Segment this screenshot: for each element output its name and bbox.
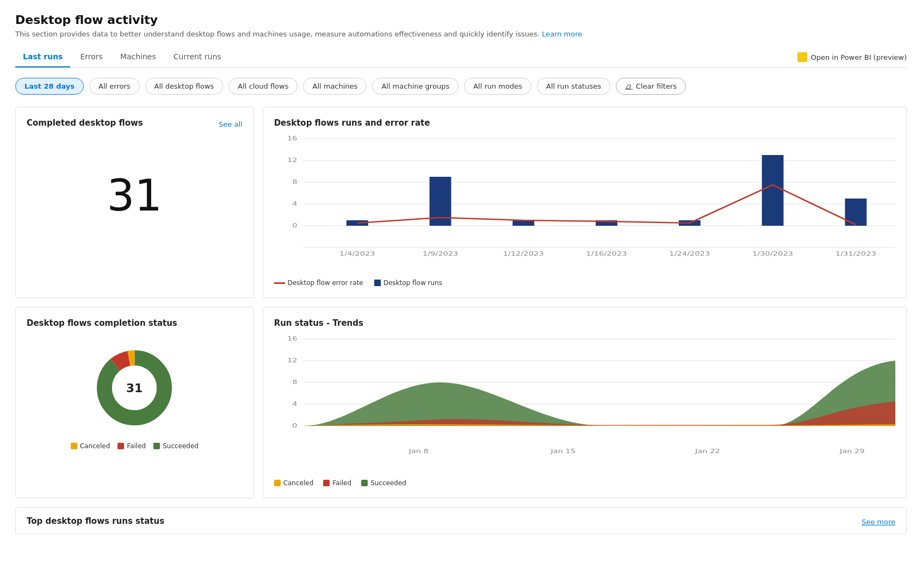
svg-text:Jan 15: Jan 15 (550, 448, 576, 455)
svg-text:16: 16 (287, 335, 298, 342)
legend-failed: Failed (117, 442, 146, 450)
legend-error-rate: Desktop flow error rate (274, 279, 363, 287)
filter-clearfilters[interactable]: Clear filters (616, 78, 686, 95)
svg-text:12: 12 (287, 357, 298, 364)
filter-allmachinegroups[interactable]: All machine groups (372, 78, 459, 95)
tab-machines[interactable]: Machines (113, 47, 164, 67)
svg-text:16: 16 (287, 135, 298, 142)
error-rate-line-icon (274, 282, 285, 284)
svg-text:4: 4 (292, 400, 297, 407)
svg-text:0: 0 (292, 422, 297, 429)
tabs-bar: Last runs Errors Machines Current runs O… (15, 47, 907, 68)
tab-last-runs[interactable]: Last runs (15, 47, 70, 67)
svg-text:12: 12 (287, 157, 298, 164)
svg-text:0: 0 (292, 222, 297, 229)
donut-legend: Canceled Failed Succeeded (71, 442, 199, 450)
runs-bar-icon (374, 280, 381, 286)
trends-failed-icon (323, 480, 330, 486)
svg-rect-17 (762, 155, 783, 226)
svg-text:8: 8 (292, 379, 297, 386)
svg-text:1/9/2023: 1/9/2023 (422, 250, 458, 257)
trends-legend-succeeded: Succeeded (361, 479, 406, 487)
legend-canceled: Canceled (71, 442, 110, 450)
svg-text:Jan 8: Jan 8 (408, 448, 429, 455)
runs-error-rate-card: Desktop flows runs and error rate 16 12 … (263, 107, 907, 298)
tab-errors[interactable]: Errors (72, 47, 110, 67)
svg-text:Jan 29: Jan 29 (839, 448, 864, 455)
tab-current-runs[interactable]: Current runs (166, 47, 229, 67)
trends-canceled-icon (274, 480, 281, 486)
trends-succeeded-icon (361, 480, 368, 486)
trends-legend-failed: Failed (323, 479, 351, 487)
completed-flows-header: Completed desktop flows See all (27, 118, 243, 130)
legend-succeeded: Succeeded (153, 442, 199, 450)
top-runs-card: Top desktop flows runs status See more (15, 507, 907, 534)
page-container: Desktop flow activity This section provi… (0, 0, 922, 588)
powerbi-icon (797, 52, 807, 62)
svg-text:1/24/2023: 1/24/2023 (669, 250, 710, 257)
svg-text:Jan 22: Jan 22 (695, 448, 720, 455)
svg-text:1/16/2023: 1/16/2023 (586, 250, 627, 257)
svg-rect-14 (512, 220, 534, 226)
donut-svg: 31 (91, 344, 178, 431)
filter-allerrors[interactable]: All errors (89, 78, 140, 95)
top-runs-row: Top desktop flows runs status See more (27, 516, 895, 527)
filter-allrunstatuses[interactable]: All run statuses (537, 78, 610, 95)
run-status-trends-title: Run status - Trends (274, 318, 895, 328)
trends-chart: 16 12 8 4 0 Jan 8 Jan 15 Jan 22 Jan 29 (274, 333, 895, 475)
filter-last28days[interactable]: Last 28 days (15, 78, 84, 95)
trends-legend: Canceled Failed Succeeded (274, 479, 895, 487)
svg-text:8: 8 (292, 178, 297, 185)
legend-runs: Desktop flow runs (374, 279, 442, 287)
filter-allmachines[interactable]: All machines (303, 78, 367, 95)
see-more-link[interactable]: See more (862, 518, 895, 526)
svg-text:1/4/2023: 1/4/2023 (339, 250, 375, 257)
powerbi-link[interactable]: Open in Power BI (preview) (797, 52, 907, 62)
filter-allrunmodes[interactable]: All run modes (464, 78, 531, 95)
svg-text:4: 4 (292, 200, 297, 207)
filter-allcloudflows[interactable]: All cloud flows (228, 78, 298, 95)
top-runs-title: Top desktop flows runs status (27, 516, 164, 526)
bar-line-chart-svg: 16 12 8 4 0 (274, 133, 895, 264)
succeeded-icon (153, 443, 160, 449)
page-subtitle: This section provides data to better und… (15, 30, 907, 38)
completed-flows-count: 31 (27, 135, 243, 255)
canceled-icon (71, 443, 77, 449)
page-header: Desktop flow activity This section provi… (15, 13, 907, 38)
runs-error-rate-chart: 16 12 8 4 0 (274, 133, 895, 275)
failed-icon (117, 443, 124, 449)
runs-error-legend: Desktop flow error rate Desktop flow run… (274, 279, 895, 287)
see-all-link[interactable]: See all (219, 120, 243, 128)
donut-chart: 31 (91, 344, 178, 431)
svg-text:1/31/2023: 1/31/2023 (836, 250, 876, 257)
completion-status-card: Desktop flows completion status 31 (15, 307, 254, 498)
eraser-icon (625, 83, 633, 90)
trends-legend-canceled: Canceled (274, 479, 314, 487)
filter-alldesktopflows[interactable]: All desktop flows (145, 78, 224, 95)
completed-flows-title: Completed desktop flows (27, 118, 143, 128)
completion-status-title: Desktop flows completion status (27, 318, 243, 328)
svg-text:31: 31 (126, 381, 143, 395)
svg-text:1/30/2023: 1/30/2023 (752, 250, 793, 257)
svg-text:1/12/2023: 1/12/2023 (503, 250, 543, 257)
page-title: Desktop flow activity (15, 13, 907, 27)
main-grid-top: Completed desktop flows See all 31 Deskt… (15, 107, 907, 298)
main-grid-bottom: Desktop flows completion status 31 (15, 307, 907, 498)
learn-more-link[interactable]: Learn more (542, 30, 582, 38)
runs-error-rate-title: Desktop flows runs and error rate (274, 118, 895, 128)
donut-chart-container: 31 Canceled Failed Succeeded (27, 333, 243, 450)
area-chart-svg: 16 12 8 4 0 Jan 8 Jan 15 Jan 22 Jan 29 (274, 333, 895, 464)
completed-flows-card: Completed desktop flows See all 31 (15, 107, 254, 298)
run-status-trends-card: Run status - Trends 16 12 8 4 0 (263, 307, 907, 498)
filters-bar: Last 28 days All errors All desktop flow… (15, 78, 907, 95)
